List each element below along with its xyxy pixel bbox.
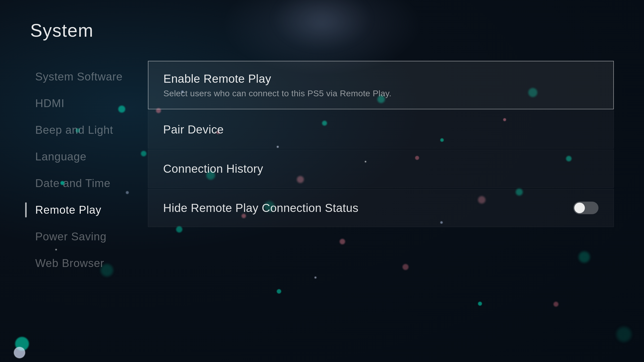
menu-item-connection-history[interactable]: Connection History [148, 150, 614, 188]
menu-item-enable-remote-play[interactable]: Enable Remote PlaySelect users who can c… [148, 61, 614, 109]
menu-item-label-hide-remote-play: Hide Remote Play Connection Status [163, 201, 358, 215]
sidebar-item-label-system-software: System Software [35, 70, 123, 83]
sidebar-item-beep-and-light[interactable]: Beep and Light [30, 117, 128, 143]
sidebar-item-power-saving[interactable]: Power Saving [30, 223, 128, 250]
sidebar: System SoftwareHDMIBeep and LightLanguag… [30, 61, 128, 342]
menu-item-pair-device[interactable]: Pair Device [148, 110, 614, 149]
page-container: System System SoftwareHDMIBeep and Light… [0, 0, 644, 362]
sidebar-item-label-language: Language [35, 150, 87, 163]
sidebar-item-label-beep-and-light: Beep and Light [35, 124, 113, 136]
sidebar-item-label-power-saving: Power Saving [35, 230, 106, 243]
menu-item-label-pair-device: Pair Device [163, 123, 224, 136]
menu-item-subtitle-enable-remote-play: Select users who can connect to this PS5… [164, 88, 598, 98]
sidebar-item-label-web-browser: Web Browser [35, 257, 104, 269]
menu-item-label-connection-history: Connection History [163, 162, 263, 175]
menu-item-hide-remote-play[interactable]: Hide Remote Play Connection Status [148, 189, 614, 227]
main-panel: Enable Remote PlaySelect users who can c… [148, 61, 614, 342]
menu-item-title-enable-remote-play: Enable Remote Play [164, 72, 598, 85]
toggle-hide-remote-play[interactable] [573, 202, 598, 214]
sidebar-item-label-hdmi: HDMI [35, 97, 64, 109]
sidebar-item-label-date-and-time: Date and Time [35, 177, 110, 189]
content-area: System SoftwareHDMIBeep and LightLanguag… [30, 61, 614, 342]
sidebar-item-hdmi[interactable]: HDMI [30, 90, 128, 117]
sidebar-item-date-and-time[interactable]: Date and Time [30, 170, 128, 197]
sidebar-item-label-remote-play: Remote Play [35, 204, 101, 216]
toggle-knob-hide-remote-play [574, 203, 585, 213]
page-title: System [30, 20, 614, 41]
sidebar-item-web-browser[interactable]: Web Browser [30, 250, 128, 277]
sidebar-item-language[interactable]: Language [30, 143, 128, 170]
sidebar-item-remote-play[interactable]: Remote Play [30, 197, 128, 223]
sidebar-item-system-software[interactable]: System Software [30, 63, 128, 90]
